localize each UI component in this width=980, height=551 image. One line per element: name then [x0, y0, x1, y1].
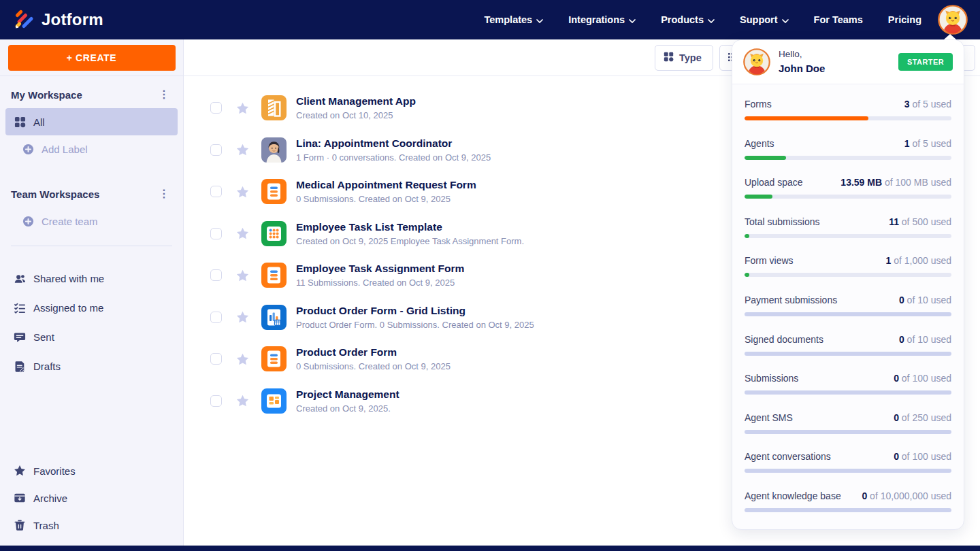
table-green-icon[interactable]	[261, 221, 287, 246]
plus-circle-icon	[22, 144, 34, 155]
form-title[interactable]: Employee Task List Template	[296, 221, 524, 233]
report-blue-icon[interactable]	[261, 305, 287, 330]
form-orange-icon[interactable]	[261, 346, 287, 371]
nav-item-products[interactable]: Products	[661, 14, 715, 25]
meter-value: 13.59 MB of 100 MB used	[840, 177, 951, 188]
favorite-star-icon[interactable]	[236, 227, 249, 239]
form-title[interactable]: Medical Appointment Request Form	[296, 179, 476, 191]
star-icon	[14, 465, 26, 477]
account-usage-panel: Hello, John Doe STARTER Forms3 of 5 used…	[732, 39, 964, 530]
meter-track	[745, 195, 951, 199]
sidebar-item-create-team[interactable]: Create team	[5, 207, 178, 235]
sidebar-item-trash[interactable]: Trash	[5, 512, 178, 539]
form-row-text: Product Order Form - Grid ListingProduct…	[296, 305, 534, 330]
nav-item-for-teams[interactable]: For Teams	[814, 14, 863, 25]
favorite-star-icon[interactable]	[236, 144, 249, 156]
form-orange-icon[interactable]	[261, 263, 287, 288]
usage-meter-form-views: Form views1 of 1,000 used	[745, 245, 951, 284]
meter-track	[745, 390, 951, 395]
form-row-text: Medical Appointment Request Form0 Submis…	[296, 179, 476, 204]
meter-label: Forms	[745, 99, 772, 110]
form-title[interactable]: Product Order Form - Grid Listing	[296, 305, 534, 317]
form-checkbox[interactable]	[210, 269, 222, 281]
usage-meter-agent-sms: Agent SMS0 of 250 used	[745, 402, 951, 441]
sidebar: + CREATE My Workspace ⋮ All Add Label Te…	[0, 39, 184, 546]
form-title[interactable]: Product Order Form	[296, 346, 451, 358]
user-avatar[interactable]	[938, 5, 968, 35]
plan-badge[interactable]: STARTER	[898, 53, 953, 71]
form-checkbox[interactable]	[210, 353, 222, 365]
nav-item-templates[interactable]: Templates	[485, 14, 544, 25]
jotform-logo[interactable]: Jotform	[12, 7, 103, 33]
favorite-star-icon[interactable]	[236, 311, 249, 323]
meter-fill	[745, 116, 868, 120]
sidebar-item-drafts[interactable]: Drafts	[5, 352, 178, 381]
brand-name: Jotform	[42, 10, 103, 29]
sidebar-item-assigned-to-me[interactable]: Assigned to me	[5, 293, 178, 322]
form-subtitle: 1 Form · 0 conversations. Created on Oct…	[296, 152, 491, 163]
form-title[interactable]: Lina: Appointment Coordinator	[296, 137, 491, 150]
user-avatar[interactable]	[743, 48, 770, 76]
sidebar-item-favorites[interactable]: Favorites	[5, 457, 178, 484]
sidebar-item-archive[interactable]: Archive	[5, 484, 178, 512]
meter-row: Form views1 of 1,000 used	[745, 255, 951, 266]
form-title[interactable]: Project Management	[296, 388, 399, 401]
usage-meter-list: Forms3 of 5 usedAgents1 of 5 usedUpload …	[732, 84, 964, 520]
nav-item-integrations[interactable]: Integrations	[568, 14, 636, 25]
form-subtitle: Created on Oct 9, 2025.	[296, 403, 399, 414]
favorite-star-icon[interactable]	[236, 269, 249, 282]
sidebar-item-all[interactable]: All	[5, 108, 178, 135]
nav-item-label: Templates	[485, 14, 533, 25]
meter-label: Signed documents	[745, 334, 823, 345]
favorite-star-icon[interactable]	[236, 353, 249, 365]
favorite-star-icon[interactable]	[236, 102, 249, 114]
meter-used-value: 1	[904, 138, 910, 149]
form-checkbox[interactable]	[210, 228, 222, 239]
my-workspace-menu-icon[interactable]: ⋮	[154, 90, 174, 99]
meter-label: Upload space	[745, 177, 803, 188]
favorite-star-icon[interactable]	[236, 186, 249, 198]
nav-item-label: Integrations	[568, 14, 625, 25]
usage-meter-forms: Forms3 of 5 used	[745, 88, 951, 128]
form-checkbox[interactable]	[210, 144, 222, 156]
agent-photo-icon[interactable]	[261, 137, 287, 163]
meter-value: 3 of 5 used	[904, 99, 951, 110]
meter-value: 0 of 10 used	[899, 295, 951, 305]
form-row-text: Employee Task Assignment Form11 Submissi…	[296, 263, 464, 288]
nav-item-support[interactable]: Support	[740, 14, 789, 25]
sidebar-item-label: Shared with me	[33, 273, 104, 284]
form-checkbox[interactable]	[210, 186, 222, 197]
nav-item-label: Pricing	[888, 14, 921, 25]
form-title[interactable]: Employee Task Assignment Form	[296, 263, 464, 275]
favorite-star-icon[interactable]	[236, 395, 249, 407]
meter-fill	[745, 234, 749, 238]
meter-value: 0 of 100 used	[894, 373, 951, 384]
form-subtitle: Created on Oct 10, 2025	[296, 110, 416, 120]
nav-item-pricing[interactable]: Pricing	[888, 14, 921, 25]
meter-track	[745, 352, 951, 356]
team-workspaces-menu-icon[interactable]: ⋮	[154, 189, 174, 199]
meter-track	[745, 508, 951, 512]
type-filter-button[interactable]: Type	[655, 45, 713, 71]
meter-row: Agent SMS0 of 250 used	[745, 412, 951, 423]
form-checkbox[interactable]	[210, 312, 222, 323]
meter-fill	[745, 273, 749, 277]
create-button[interactable]: + CREATE	[8, 45, 176, 71]
user-name: John Doe	[779, 61, 825, 76]
form-checkbox[interactable]	[210, 395, 222, 407]
meter-value: 1 of 5 used	[904, 138, 951, 149]
usage-meter-payment-submissions: Payment submissions0 of 10 used	[745, 284, 951, 324]
type-filter-label: Type	[679, 52, 702, 63]
sidebar-item-shared-with-me[interactable]: Shared with me	[5, 264, 178, 293]
building-app-icon[interactable]	[261, 95, 287, 120]
meter-quota-text: of 250 used	[899, 412, 951, 423]
form-orange-icon[interactable]	[261, 179, 287, 204]
form-checkbox[interactable]	[210, 102, 222, 114]
meter-label: Agent conversations	[745, 451, 831, 462]
meter-quota-text: of 500 used	[899, 216, 951, 227]
sidebar-item-add-label[interactable]: Add Label	[5, 135, 178, 163]
meter-quota-text: of 10 used	[904, 334, 951, 345]
board-blue-icon[interactable]	[261, 388, 287, 414]
form-title[interactable]: Client Management App	[296, 95, 416, 107]
sidebar-item-sent[interactable]: Sent	[5, 322, 178, 352]
